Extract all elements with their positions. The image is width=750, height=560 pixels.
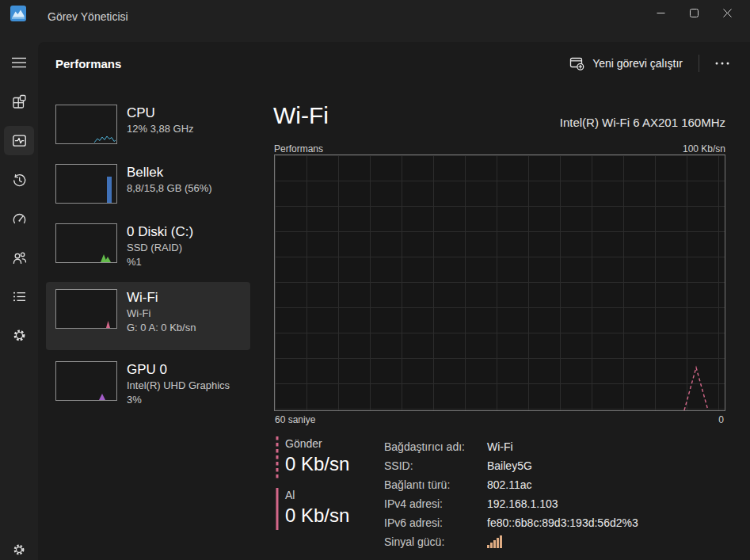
- header-divider: [699, 55, 699, 72]
- nav-item-performance[interactable]: [4, 126, 34, 155]
- perf-item-memory[interactable]: Bellek 8,8/15,8 GB (56%): [46, 157, 250, 211]
- send-value: 0 Kb/sn: [285, 451, 349, 477]
- users-icon: [12, 250, 27, 265]
- detail-label: Bağlantı türü:: [384, 475, 487, 494]
- services-gear-icon: [12, 328, 27, 343]
- nav-item-settings[interactable]: [4, 535, 34, 560]
- nav-item-startup-apps[interactable]: [4, 204, 34, 234]
- detail-label: IPv6 adresi:: [384, 513, 487, 532]
- nav-item-services[interactable]: [4, 321, 34, 350]
- detail-label: SSID:: [384, 456, 487, 475]
- receive-legend-indicator: [276, 487, 279, 530]
- perf-item-stats: %1: [127, 255, 193, 269]
- nav-item-users[interactable]: [4, 243, 34, 272]
- detail-value-adapter: Wi-Fi: [487, 437, 638, 456]
- wifi-mini-chart: [55, 289, 117, 329]
- speedometer-icon: [12, 211, 27, 227]
- ellipsis-icon: [715, 62, 729, 65]
- perf-item-stats: G: 0 A: 0 Kb/sn: [127, 321, 196, 335]
- adapter-name: Intel(R) Wi-Fi 6 AX201 160MHz: [560, 116, 725, 129]
- perf-item-wifi[interactable]: Wi-Fi Wi-Fi G: 0 A: 0 Kb/sn: [46, 282, 250, 350]
- perf-item-title: Bellek: [127, 164, 212, 181]
- run-new-task-label: Yeni görevi çalıştır: [592, 57, 683, 70]
- perf-item-type: Intel(R) UHD Graphics: [127, 379, 230, 393]
- details-list-icon: [12, 289, 27, 304]
- receive-label: Al: [285, 487, 349, 503]
- maximize-button[interactable]: [677, 0, 710, 25]
- disk-mini-chart: [55, 223, 117, 263]
- wifi-section-title: Wi-Fi: [273, 102, 329, 129]
- perf-item-disk[interactable]: 0 Diski (C:) SSD (RAID) %1: [46, 216, 250, 281]
- throughput-chart: [274, 154, 725, 411]
- run-new-task-button[interactable]: Yeni görevi çalıştır: [562, 51, 691, 75]
- send-label: Gönder: [285, 436, 349, 451]
- cpu-mini-chart: [55, 105, 117, 144]
- detail-label: Sinyal gücü:: [384, 532, 487, 551]
- minimize-icon: [657, 9, 665, 17]
- perf-item-gpu[interactable]: GPU 0 Intel(R) UHD Graphics 3%: [46, 354, 250, 419]
- new-task-window-icon: [569, 56, 584, 70]
- perf-item-title: 0 Diski (C:): [127, 223, 193, 241]
- more-options-button[interactable]: [707, 57, 737, 70]
- task-manager-app-icon: [10, 6, 26, 21]
- perf-item-title: CPU: [127, 105, 194, 122]
- gpu-mini-chart: [55, 361, 117, 401]
- page-title: Performans: [55, 57, 121, 70]
- memory-mini-chart: [55, 164, 117, 204]
- perf-item-title: Wi-Fi: [127, 289, 196, 307]
- perf-item-stats: 8,8/15,8 GB (56%): [127, 181, 212, 196]
- chart-y-max-label: 100 Kb/sn: [683, 143, 725, 154]
- processes-icon: [12, 94, 27, 109]
- close-button[interactable]: [710, 0, 744, 25]
- receive-value: 0 Kb/sn: [285, 503, 349, 528]
- hamburger-icon: [12, 57, 26, 68]
- nav-item-processes[interactable]: [4, 87, 34, 116]
- send-stat-block: Gönder 0 Kb/sn: [276, 436, 349, 478]
- window-title: Görev Yöneticisi: [48, 10, 128, 23]
- signal-strength-icon: [487, 535, 503, 548]
- chart-x-left-label: 60 saniye: [275, 414, 315, 425]
- navigation-rail: [0, 35, 38, 560]
- perf-item-title: GPU 0: [127, 361, 230, 379]
- history-clock-icon: [12, 173, 27, 188]
- settings-gear-icon: [12, 543, 26, 557]
- performance-icon: [12, 133, 27, 148]
- perf-item-stats: 3%: [127, 393, 230, 407]
- perf-item-type: Wi-Fi: [127, 307, 196, 321]
- content-surface: Performans Yeni görevi çalıştır: [38, 42, 750, 560]
- detail-value-ipv6: fe80::6b8c:89d3:193d:56d2%3: [487, 513, 638, 532]
- chart-title: Performans: [274, 143, 323, 154]
- perf-item-type: SSD (RAID): [127, 241, 193, 255]
- receive-stat-block: Al 0 Kb/sn: [276, 487, 349, 530]
- nav-item-details[interactable]: [4, 282, 34, 311]
- title-bar: Görev Yöneticisi: [0, 0, 750, 35]
- send-legend-indicator: [276, 436, 279, 478]
- maximize-icon: [690, 9, 699, 17]
- perf-item-stats: 12% 3,88 GHz: [127, 122, 194, 136]
- detail-label: Bağdaştırıcı adı:: [384, 437, 487, 456]
- detail-value-ssid: Bailey5G: [487, 456, 638, 475]
- nav-menu-button[interactable]: [4, 48, 34, 77]
- detail-value-connection-type: 802.11ac: [487, 475, 638, 494]
- connection-details: Bağdaştırıcı adı: Wi-Fi SSID: Bailey5G B…: [384, 437, 638, 551]
- detail-label: IPv4 adresi:: [384, 494, 487, 513]
- close-icon: [723, 9, 732, 17]
- chart-x-right-label: 0: [718, 414, 724, 425]
- minimize-button[interactable]: [644, 0, 677, 25]
- send-spike-line: [684, 368, 708, 410]
- perf-item-cpu[interactable]: CPU 12% 3,88 GHz: [46, 97, 250, 151]
- nav-item-app-history[interactable]: [4, 166, 34, 195]
- page-header: Performans Yeni görevi çalıştır: [38, 42, 750, 85]
- detail-value-ipv4: 192.168.1.103: [487, 494, 638, 513]
